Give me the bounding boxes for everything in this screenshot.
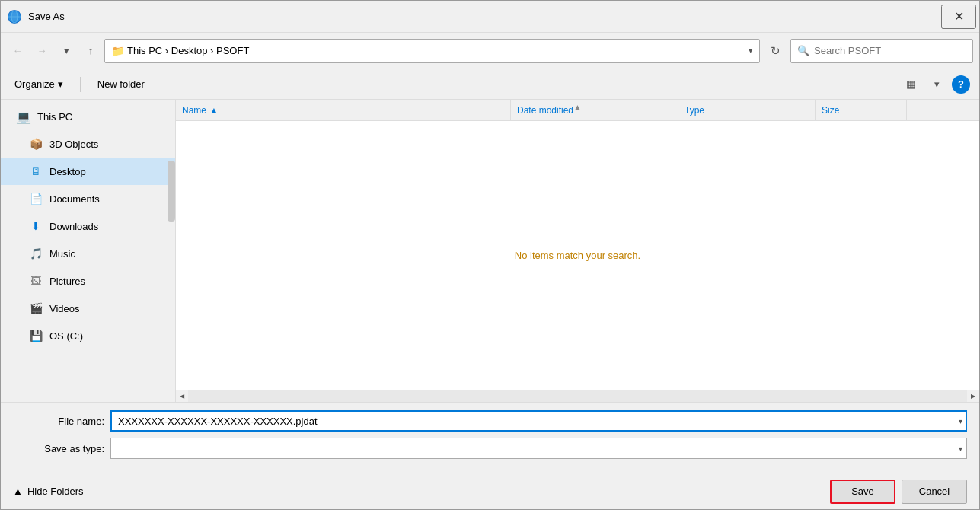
- col-header-type[interactable]: Type: [678, 100, 816, 120]
- cancel-button[interactable]: Cancel: [902, 480, 967, 504]
- sidebar-label-desktop: Desktop: [49, 166, 86, 177]
- save-as-type-select[interactable]: [110, 438, 967, 459]
- toolbar-right: ▦ ▾ ?: [900, 74, 970, 95]
- footer-buttons: Save Cancel: [830, 480, 967, 504]
- file-list: ▲ Name ▲ Date modified Type Size No item…: [176, 100, 979, 402]
- col-name-label: Name: [182, 105, 206, 116]
- sidebar-label-this-pc: This PC: [37, 111, 72, 123]
- title-bar: Save As ✕: [1, 1, 979, 33]
- dialog-title: Save As: [28, 11, 941, 22]
- sidebar-item-this-pc[interactable]: 💻 This PC: [1, 103, 175, 130]
- desktop-icon: 🖥: [28, 164, 43, 179]
- scroll-indicator: ▲: [574, 103, 582, 111]
- view-chevron-button[interactable]: ▾: [926, 74, 947, 95]
- file-name-label: File name:: [13, 416, 104, 427]
- bottom-section: File name: ▾ Save as type: ▾: [1, 402, 979, 473]
- help-label: ?: [958, 78, 964, 90]
- hide-folders-label: Hide Folders: [27, 486, 84, 497]
- organize-label: Organize: [14, 78, 55, 90]
- folder-icon: 📁: [111, 45, 124, 57]
- save-as-type-row: Save as type: ▾: [13, 438, 967, 459]
- refresh-button[interactable]: ↻: [763, 39, 787, 63]
- save-button[interactable]: Save: [830, 480, 895, 504]
- downloads-icon: ⬇: [28, 218, 43, 234]
- dropdown-button[interactable]: ▾: [56, 40, 77, 62]
- col-header-date[interactable]: Date modified: [511, 100, 678, 120]
- sidebar-label-downloads: Downloads: [49, 221, 98, 232]
- 3d-objects-icon: 📦: [28, 136, 43, 151]
- sidebar-scrollbar[interactable]: [168, 161, 175, 222]
- view-chevron: ▾: [934, 78, 940, 90]
- toolbar: Organize ▾ New folder ▦ ▾ ?: [1, 69, 979, 100]
- footer: ▲ Hide Folders Save Cancel: [1, 473, 979, 509]
- file-list-header: ▲ Name ▲ Date modified Type Size: [176, 100, 979, 121]
- sidebar-item-music[interactable]: 🎵 Music: [1, 240, 175, 267]
- search-icon: 🔍: [797, 45, 809, 56]
- os-c-icon: 💾: [28, 328, 43, 343]
- help-button[interactable]: ?: [952, 75, 970, 94]
- pictures-icon: 🖼: [28, 273, 43, 288]
- hide-folders-button[interactable]: ▲ Hide Folders: [13, 486, 84, 497]
- organize-button[interactable]: Organize ▾: [10, 75, 68, 93]
- save-as-type-label: Save as type:: [13, 443, 104, 454]
- organize-chevron: ▾: [58, 78, 63, 90]
- file-name-container: ▾: [110, 410, 967, 432]
- up-button[interactable]: ↑: [80, 40, 101, 62]
- sidebar-item-pictures[interactable]: 🖼 Pictures: [1, 267, 175, 295]
- address-chevron[interactable]: ▾: [749, 46, 753, 56]
- file-list-body: No items match your search.: [176, 121, 979, 390]
- sidebar-label-3d-objects: 3D Objects: [49, 139, 98, 150]
- hide-folders-icon: ▲: [13, 486, 23, 497]
- search-box[interactable]: 🔍: [790, 39, 973, 63]
- new-folder-label: New folder: [97, 78, 145, 90]
- close-button[interactable]: ✕: [941, 5, 976, 29]
- forward-button[interactable]: →: [31, 40, 53, 62]
- col-header-name[interactable]: Name ▲: [176, 100, 511, 120]
- dialog-icon: [7, 9, 22, 24]
- sidebar-label-os-c: OS (C:): [49, 330, 83, 342]
- documents-icon: 📄: [28, 191, 43, 206]
- main-content: 💻 This PC 📦 3D Objects 🖥 Desktop 📄 Docum…: [1, 100, 979, 402]
- view-button[interactable]: ▦: [900, 74, 921, 95]
- address-bar[interactable]: 📁 This PC › Desktop › PSOFT ▾: [104, 39, 760, 63]
- scrollbar-track[interactable]: [188, 390, 967, 402]
- file-name-row: File name: ▾: [13, 410, 967, 432]
- col-date-label: Date modified: [517, 105, 573, 116]
- sidebar-label-documents: Documents: [49, 193, 100, 205]
- save-as-type-container: ▾: [110, 438, 967, 459]
- sidebar-item-desktop[interactable]: 🖥 Desktop: [1, 158, 175, 185]
- this-pc-icon: 💻: [16, 109, 31, 124]
- nav-bar: ← → ▾ ↑ 📁 This PC › Desktop › PSOFT ▾ ↻ …: [1, 33, 979, 69]
- empty-message: No items match your search.: [515, 250, 640, 261]
- col-name-sort-icon: ▲: [209, 105, 219, 116]
- sidebar-label-videos: Videos: [49, 303, 80, 314]
- music-icon: 🎵: [28, 246, 43, 261]
- col-header-size[interactable]: Size: [816, 100, 907, 120]
- sidebar-label-music: Music: [49, 248, 75, 260]
- scrollbar-right-arrow[interactable]: ▶: [967, 390, 979, 403]
- sidebar-item-3d-objects[interactable]: 📦 3D Objects: [1, 130, 175, 158]
- sidebar-item-os-c[interactable]: 💾 OS (C:): [1, 322, 175, 349]
- back-button[interactable]: ←: [7, 40, 28, 62]
- new-folder-button[interactable]: New folder: [93, 75, 149, 93]
- sidebar: 💻 This PC 📦 3D Objects 🖥 Desktop 📄 Docum…: [1, 100, 176, 402]
- save-as-dialog: Save As ✕ ← → ▾ ↑ 📁 This PC › Desktop › …: [0, 0, 980, 510]
- address-path: This PC › Desktop › PSOFT: [127, 45, 745, 56]
- col-size-label: Size: [822, 105, 839, 116]
- videos-icon: 🎬: [28, 301, 43, 316]
- file-name-input[interactable]: [110, 410, 967, 432]
- toolbar-separator: [80, 77, 81, 92]
- sidebar-label-pictures: Pictures: [49, 276, 85, 287]
- search-input[interactable]: [814, 45, 966, 56]
- sidebar-item-documents[interactable]: 📄 Documents: [1, 185, 175, 212]
- view-icon: ▦: [906, 78, 915, 90]
- sidebar-item-videos[interactable]: 🎬 Videos: [1, 295, 175, 322]
- col-type-label: Type: [685, 105, 704, 116]
- horizontal-scrollbar[interactable]: ◀ ▶: [176, 390, 979, 402]
- scrollbar-left-arrow[interactable]: ◀: [176, 390, 188, 403]
- sidebar-item-downloads[interactable]: ⬇ Downloads: [1, 212, 175, 240]
